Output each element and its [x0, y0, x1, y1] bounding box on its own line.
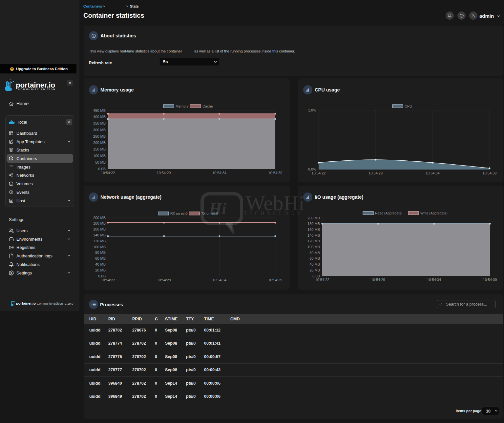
svg-text:TECHNOLOGY: TECHNOLOGY [244, 211, 303, 216]
svg-text:60 MB: 60 MB [95, 256, 106, 260]
svg-text:80 MB: 80 MB [95, 251, 106, 254]
svg-text:100 MB: 100 MB [307, 245, 320, 249]
svg-text:RX on eth0: RX on eth0 [170, 212, 188, 215]
svg-text:CPU: CPU [405, 104, 412, 108]
svg-text:40 MB: 40 MB [309, 262, 320, 266]
svg-text:0.0%: 0.0% [308, 167, 316, 171]
svg-text:10:54:22: 10:54:22 [101, 171, 115, 175]
svg-text:200 MB: 200 MB [307, 216, 320, 220]
svg-text:200 MB: 200 MB [93, 141, 106, 145]
svg-text:10:54:34: 10:54:34 [212, 171, 226, 175]
svg-text:10:54:34: 10:54:34 [212, 278, 226, 282]
svg-text:0.0B: 0.0B [312, 274, 320, 278]
svg-text:20 MB: 20 MB [95, 268, 106, 272]
svg-text:250 MB: 250 MB [93, 134, 106, 138]
svg-text:150 MB: 150 MB [93, 147, 106, 151]
svg-text:10:54:22: 10:54:22 [315, 278, 329, 282]
svg-text:10:54:29: 10:54:29 [368, 171, 383, 175]
svg-text:50 MB: 50 MB [95, 160, 106, 164]
svg-text:0.0B: 0.0B [98, 274, 106, 278]
svg-text:Hi: Hi [209, 199, 226, 218]
svg-text:60 MB: 60 MB [309, 256, 320, 260]
svg-text:Read (Aggregate): Read (Aggregate) [375, 211, 402, 215]
svg-text:10:54:39: 10:54:39 [483, 278, 497, 282]
svg-text:350 MB: 350 MB [93, 121, 106, 125]
svg-text:120 MB: 120 MB [93, 239, 106, 243]
svg-text:40 MB: 40 MB [95, 262, 106, 266]
svg-text:140 MB: 140 MB [307, 233, 320, 237]
svg-text:10:54:39: 10:54:39 [268, 278, 282, 282]
svg-text:20 MB: 20 MB [309, 268, 320, 272]
svg-text:450 MB: 450 MB [93, 109, 106, 112]
svg-text:Memory: Memory [176, 104, 189, 108]
svg-text:140 MB: 140 MB [93, 233, 106, 237]
svg-text:200 MB: 200 MB [93, 216, 106, 220]
svg-text:10:54:34: 10:54:34 [426, 171, 440, 175]
svg-text:10:54:22: 10:54:22 [312, 171, 326, 175]
svg-text:Write (Aggregate): Write (Aggregate) [420, 211, 448, 215]
svg-text:100 MB: 100 MB [93, 245, 106, 249]
svg-text:1.0%: 1.0% [308, 108, 316, 112]
svg-text:10:54:29: 10:54:29 [371, 278, 385, 282]
svg-text:180 MB: 180 MB [307, 222, 320, 226]
svg-text:180 MB: 180 MB [93, 221, 106, 225]
svg-text:160 MB: 160 MB [93, 227, 106, 231]
svg-text:160 MB: 160 MB [307, 228, 320, 232]
svg-text:10:54:22: 10:54:22 [101, 278, 115, 282]
svg-text:10:54:29: 10:54:29 [157, 171, 171, 175]
svg-text:10:54:34: 10:54:34 [427, 278, 441, 282]
svg-text:120 MB: 120 MB [307, 239, 320, 243]
svg-text:10:54:29: 10:54:29 [157, 278, 171, 282]
svg-text:400 MB: 400 MB [93, 115, 106, 119]
svg-text:80 MB: 80 MB [309, 251, 320, 255]
svg-text:Cache: Cache [202, 104, 213, 108]
svg-text:10:54:39: 10:54:39 [268, 171, 283, 175]
svg-text:300 MB: 300 MB [93, 128, 106, 132]
svg-text:100 MB: 100 MB [93, 154, 106, 158]
svg-text:10:54:39: 10:54:39 [483, 171, 497, 175]
svg-text:0.0B: 0.0B [98, 167, 106, 171]
